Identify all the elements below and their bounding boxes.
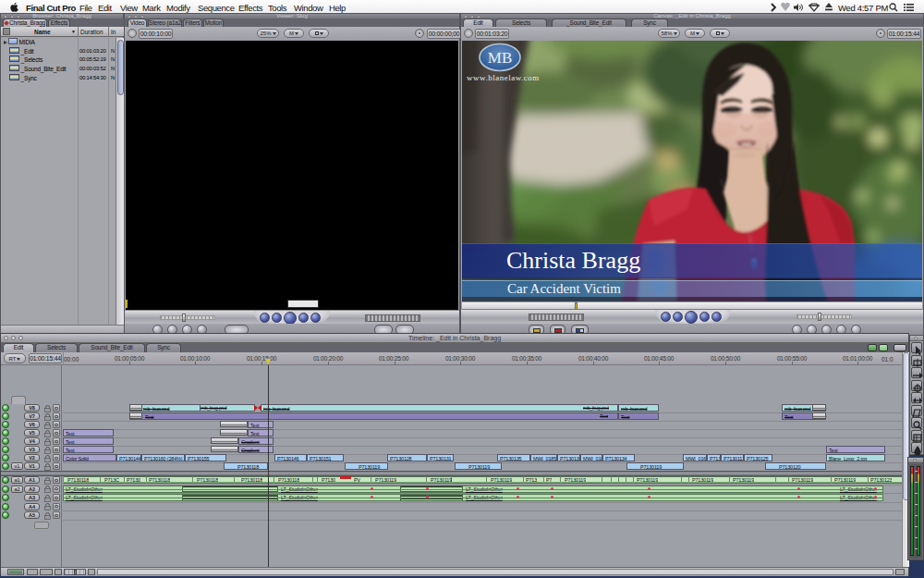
- svg-text:Christa Bragg: Christa Bragg: [506, 247, 640, 274]
- svg-text:www.blanelaw.com: www.blanelaw.com: [467, 73, 540, 82]
- svg-text:Car Accident Victim: Car Accident Victim: [507, 281, 621, 296]
- svg-text:MB: MB: [488, 49, 512, 67]
